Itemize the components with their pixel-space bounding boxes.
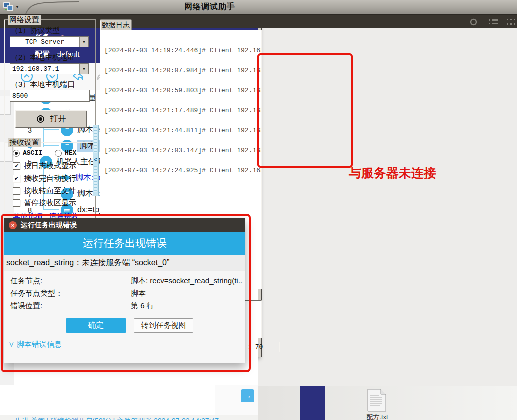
group-title: 网络设置 — [8, 16, 41, 25]
checkbox-label: 暂停接收区显示 — [24, 198, 76, 208]
host-address-value: 192.168.37.1 — [10, 64, 80, 74]
protocol-type-select[interactable]: TCP Server — [10, 36, 89, 48]
open-connection-button[interactable]: 打开 — [16, 110, 88, 128]
editor-status-text: 步进 关闭 | 碰撞检测开启(50%) | 文件管理器 2024-07-03 1… — [15, 417, 219, 420]
auto-newline-checkbox[interactable] — [13, 175, 20, 182]
recv-ascii-label: ASCII — [23, 150, 42, 157]
error-message-text: socket_read_string：未连接服务端 “socket_0” — [6, 258, 170, 268]
editor-status-bar: 步进 关闭 | 碰撞检测开启(50%) | 文件管理器 2024-07-03 1… — [0, 415, 258, 420]
redirect-to-file-checkbox[interactable] — [13, 188, 20, 195]
collapse-left-icon: < — [94, 156, 98, 164]
protocol-type-label: （1）协议类型 — [11, 26, 60, 36]
desktop-area: 配方.txt — [258, 386, 517, 420]
splitter-ridge — [94, 128, 98, 154]
recipe-file-label: 配方.txt — [358, 413, 396, 420]
log-line: [2024-07-03 14:27:03.147]# Client 192.16… — [104, 147, 262, 154]
record-dot-icon — [37, 116, 44, 123]
window-title-bar[interactable]: ▼ 网络调试助手 — [0, 0, 517, 14]
dialog-title: 运行任务出现错误 — [21, 221, 77, 230]
search-icon[interactable] — [470, 18, 478, 26]
checkbox-label: 接收转向至文件... — [24, 186, 83, 196]
goto-task-view-button[interactable]: 转到任务视图 — [134, 318, 194, 333]
log-line: [2024-07-03 14:21:44.811]# Client 192.16… — [104, 127, 262, 134]
field-value: 脚本: recv=socket_read_string(ti... — [131, 276, 244, 286]
ok-button[interactable]: 确定 — [66, 318, 126, 333]
titlebar-swoosh — [20, 0, 80, 14]
annotation-box-network-settings — [258, 54, 353, 168]
background-window-fragment — [300, 386, 325, 420]
group-title: 接收设置 — [8, 138, 41, 148]
dialog-title-bar[interactable]: × 运行任务出现错误 — [4, 218, 246, 232]
tab-label: 数据日志 — [102, 21, 130, 30]
field-value: 脚本 — [131, 289, 146, 298]
splitter-ridge — [94, 166, 98, 192]
dialog-error-message: socket_read_string：未连接服务端 “socket_0” — [4, 255, 246, 272]
log-line: [2024-07-03 14:20:07.984]# Client 192.16… — [104, 67, 262, 74]
field-label: 任务节点: — [10, 276, 42, 286]
run-error-dialog: × 运行任务出现错误 运行任务出现错误 socket_read_string：未… — [4, 218, 246, 364]
recv-hex-radio[interactable] — [55, 150, 62, 157]
grid-view-icon[interactable] — [507, 19, 517, 26]
log-line: [2024-07-03 14:21:17.489]# Client 192.16… — [104, 107, 262, 114]
log-line: [2024-07-03 14:19:24.446]# Client 192.16… — [104, 47, 262, 54]
window-title: 网络调试助手 — [170, 2, 250, 12]
log-line: [2024-07-03 14:20:59.803]# Client 192.16… — [104, 87, 262, 94]
recv-ascii-radio[interactable] — [13, 150, 20, 157]
dialog-banner: 运行任务出现错误 — [4, 232, 246, 255]
pause-display-checkbox[interactable] — [13, 200, 20, 207]
checkbox-label: 接收完自动换行 — [24, 174, 76, 184]
log-line: [2024-07-03 14:27:24.925]# Client 192.16… — [104, 167, 262, 174]
protocol-type-value: TCP Server — [10, 37, 80, 47]
list-view-icon[interactable] — [489, 19, 498, 26]
close-icon[interactable]: × — [9, 222, 17, 230]
host-port-label: （3）本地主机端口 — [11, 80, 75, 90]
app-icon[interactable] — [4, 2, 14, 12]
host-port-input[interactable] — [10, 90, 90, 102]
dialog-banner-text: 运行任务出现错误 — [83, 236, 167, 250]
tab-data-log[interactable]: 数据日志 — [100, 20, 132, 30]
field-label: 错误位置: — [10, 302, 42, 311]
next-step-button[interactable]: → — [241, 390, 254, 402]
script-error-expander[interactable]: ∨ 脚本错误信息 — [8, 340, 62, 350]
dropdown-arrow-icon[interactable] — [80, 64, 88, 74]
host-address-label: （2）本地主机地址 — [11, 53, 75, 62]
dropdown-arrow-icon[interactable] — [80, 37, 88, 47]
field-value: 第 6 行 — [131, 302, 154, 311]
log-mode-checkbox[interactable] — [13, 162, 20, 170]
recipe-file-icon[interactable] — [368, 389, 386, 412]
field-label: 任务节点类型： — [10, 289, 63, 298]
checkbox-label: 按日志模式显示 — [24, 162, 76, 171]
title-dropdown-icon[interactable]: ▼ — [16, 5, 20, 10]
panel-splitter[interactable]: < — [93, 125, 99, 196]
annotation-not-connected: 与服务器未连接 — [349, 165, 436, 182]
recv-hex-label: HEX — [65, 150, 76, 157]
open-connection-label: 打开 — [50, 114, 66, 124]
host-address-select[interactable]: 192.168.37.1 — [10, 64, 89, 74]
